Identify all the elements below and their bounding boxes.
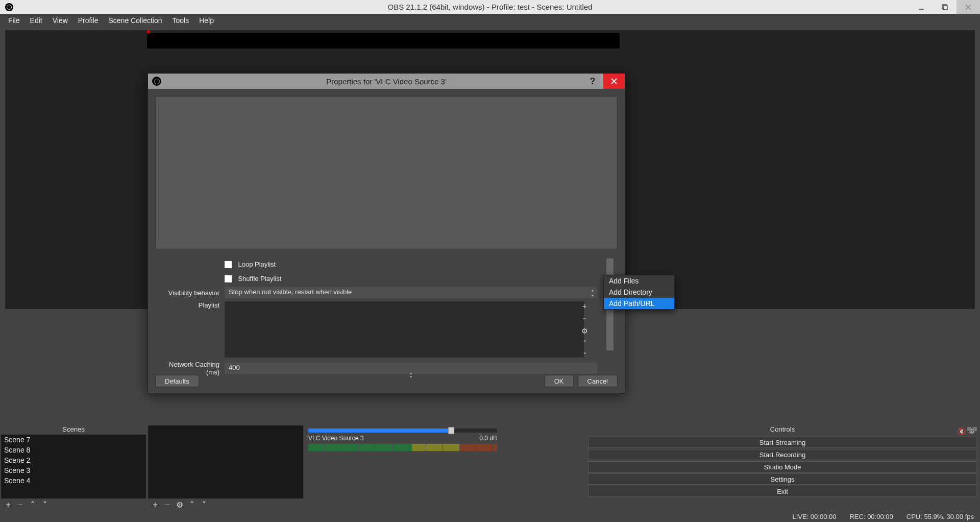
chevron-down-icon[interactable]: ˅ <box>200 500 208 510</box>
settings-button[interactable]: Settings <box>588 473 977 485</box>
maximize-button[interactable] <box>933 0 957 14</box>
obs-logo-icon <box>152 77 161 86</box>
chevron-down-icon[interactable]: ˅ <box>579 350 590 361</box>
controls-title: Controls <box>770 425 795 433</box>
cancel-button[interactable]: Cancel <box>578 375 618 387</box>
menu-tools[interactable]: Tools <box>167 15 194 26</box>
menu-view[interactable]: View <box>47 15 73 26</box>
mixer-panel: 🔇 ⚙ VLC Video Source 3 0.0 dB <box>305 425 503 511</box>
shuffle-playlist-checkbox[interactable] <box>225 275 232 282</box>
sources-panel: ＋ － ⚙ ˄ ˅ <box>148 425 303 511</box>
menu-profile[interactable]: Profile <box>73 15 104 26</box>
ctx-add-files[interactable]: Add Files <box>604 275 674 287</box>
loop-playlist-label: Loop Playlist <box>238 260 276 268</box>
visibility-label: Visibility behavior <box>155 289 225 297</box>
dialog-preview <box>155 96 618 249</box>
defaults-button[interactable]: Defaults <box>155 375 199 387</box>
playlist-remove-button[interactable]: － <box>579 314 590 324</box>
scene-item[interactable]: Scene 4 <box>1 476 146 486</box>
menu-file[interactable]: File <box>3 15 25 26</box>
chevron-up-icon[interactable]: ▲ <box>229 371 593 375</box>
scene-item[interactable]: Scene 2 <box>1 455 146 465</box>
network-caching-label: Network Caching (ms) <box>155 361 225 376</box>
scene-item[interactable]: Scene 7 <box>1 435 146 445</box>
chevron-up-icon[interactable]: ˄ <box>29 500 37 510</box>
status-rec: REC: 00:00:00 <box>849 513 893 520</box>
menu-edit[interactable]: Edit <box>25 15 47 26</box>
scenes-list[interactable]: Scene 7 Scene 8 Scene 2 Scene 3 Scene 4 <box>1 435 146 499</box>
scenes-panel: Scenes Scene 7 Scene 8 Scene 2 Scene 3 S… <box>1 425 146 511</box>
chevron-up-icon[interactable]: ˄ <box>188 500 196 510</box>
audio-meter <box>308 444 497 451</box>
playlist-label: Playlist <box>155 301 225 309</box>
gear-icon[interactable]: ⚙ <box>176 500 184 510</box>
network-caching-input[interactable]: 400 ▲▼ <box>225 363 597 374</box>
plus-icon[interactable]: ＋ <box>4 500 12 510</box>
minus-icon[interactable]: － <box>163 500 172 510</box>
scene-item[interactable]: Scene 8 <box>1 445 146 455</box>
os-titlebar: OBS 21.1.2 (64bit, windows) - Profile: t… <box>0 0 980 14</box>
menu-scene-collection[interactable]: Scene Collection <box>103 15 167 26</box>
minus-icon[interactable]: － <box>16 500 24 510</box>
properties-form: Loop Playlist Shuffle Playlist Visibilit… <box>155 258 618 374</box>
mixer-level: 0.0 dB <box>479 435 497 442</box>
playlist-add-button[interactable]: ＋ <box>579 301 590 312</box>
dialog-title: Properties for 'VLC Video Source 3' <box>326 77 447 86</box>
obs-logo-icon <box>5 3 13 11</box>
playlist-config-button[interactable]: ⚙ <box>579 326 590 336</box>
preview-source-box[interactable] <box>147 33 620 49</box>
playlist-listbox[interactable] <box>225 301 584 358</box>
chevron-up-icon[interactable]: ▲ <box>589 288 596 293</box>
studio-mode-button[interactable]: Studio Mode <box>588 461 977 472</box>
ok-button[interactable]: OK <box>545 375 574 387</box>
menubar: File Edit View Profile Scene Collection … <box>0 14 980 27</box>
start-streaming-button[interactable]: Start Streaming <box>588 437 977 448</box>
controls-panel: Controls Start Streaming Start Recording… <box>586 425 979 511</box>
popout-icon[interactable] <box>967 427 971 431</box>
scene-item[interactable]: Scene 3 <box>1 465 146 476</box>
status-live: LIVE: 00:00:00 <box>792 513 836 520</box>
close-button[interactable] <box>603 74 625 89</box>
window-title: OBS 21.1.2 (64bit, windows) - Profile: t… <box>387 3 592 11</box>
dialog-titlebar[interactable]: Properties for 'VLC Video Source 3' ? <box>148 74 625 89</box>
transitions-panel <box>505 425 584 511</box>
svg-rect-2 <box>943 6 947 10</box>
network-caching-value: 400 <box>229 364 240 371</box>
status-cpu: CPU: 55.9%, 30.00 fps <box>906 513 974 520</box>
plus-icon[interactable]: ＋ <box>151 500 159 510</box>
exit-button[interactable]: Exit <box>588 486 977 497</box>
properties-dialog: Properties for 'VLC Video Source 3' ? Lo… <box>148 73 625 394</box>
close-button[interactable] <box>957 0 980 14</box>
sources-list[interactable] <box>148 425 303 499</box>
playlist-add-context-menu: Add Files Add Directory Add Path/URL <box>603 275 675 310</box>
scenes-title: Scenes <box>1 425 146 435</box>
start-recording-button[interactable]: Start Recording <box>588 449 977 460</box>
ctx-add-path-url[interactable]: Add Path/URL <box>604 298 674 309</box>
preview-selection-handle[interactable] <box>147 30 150 33</box>
chevron-down-icon[interactable]: ▼ <box>589 293 596 298</box>
mixer-source-name: VLC Video Source 3 <box>308 435 364 442</box>
help-button[interactable]: ? <box>582 74 603 89</box>
chevron-up-icon[interactable]: ˄ <box>579 338 590 348</box>
shuffle-playlist-label: Shuffle Playlist <box>238 275 281 282</box>
main-area: Scenes Scene 7 Scene 8 Scene 2 Scene 3 S… <box>0 27 980 511</box>
ctx-add-directory[interactable]: Add Directory <box>604 287 674 298</box>
close-panel-icon[interactable] <box>973 427 977 431</box>
menu-help[interactable]: Help <box>194 15 219 26</box>
visibility-value: Stop when not visible, restart when visi… <box>229 288 352 296</box>
status-bar: LIVE: 00:00:00 REC: 00:00:00 CPU: 55.9%,… <box>0 511 980 522</box>
bottom-panels: Scenes Scene 7 Scene 8 Scene 2 Scene 3 S… <box>1 425 979 511</box>
loop-playlist-checkbox[interactable] <box>225 261 232 268</box>
volume-slider[interactable] <box>308 429 497 433</box>
visibility-select[interactable]: Stop when not visible, restart when visi… <box>225 287 597 298</box>
chevron-down-icon[interactable]: ˅ <box>41 500 49 510</box>
minimize-button[interactable] <box>910 0 933 14</box>
